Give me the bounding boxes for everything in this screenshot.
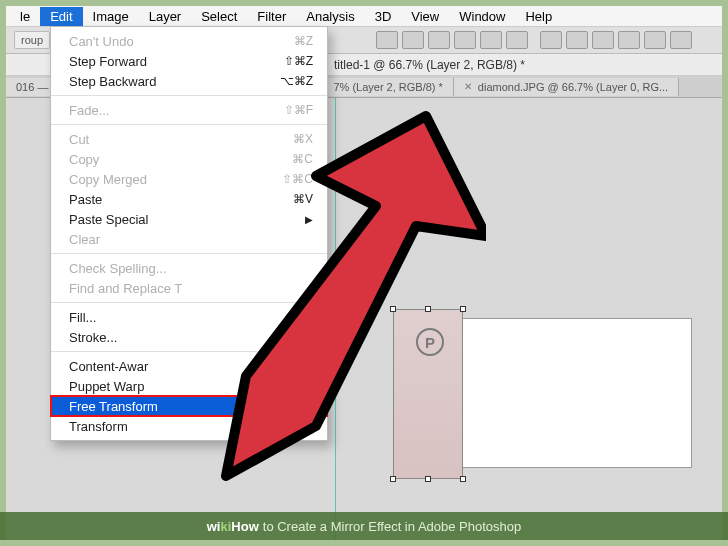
menu-layer[interactable]: Layer — [139, 7, 192, 26]
menu-paste-special[interactable]: Paste Special▶ — [51, 209, 327, 229]
menu-fade: Fade...⇧⌘F — [51, 100, 327, 120]
align-icon[interactable] — [376, 31, 398, 49]
banner-title: to Create a Mirror Effect in Adobe Photo… — [263, 519, 521, 534]
menu-paste[interactable]: Paste⌘V — [51, 189, 327, 209]
wikihow-banner: wikiHow to Create a Mirror Effect in Ado… — [0, 512, 728, 540]
menu-puppet-warp[interactable]: Puppet Warp — [51, 376, 327, 396]
chevron-right-icon: ▶ — [305, 421, 313, 432]
distribute-icon[interactable] — [540, 31, 562, 49]
transform-handles[interactable] — [393, 309, 463, 479]
title-text: titled-1 @ 66.7% (Layer 2, RGB/8) * — [334, 58, 525, 72]
align-icon[interactable] — [506, 31, 528, 49]
menu-find-replace: Find and Replace T — [51, 278, 327, 298]
close-icon[interactable]: ✕ — [464, 81, 472, 92]
tab-2[interactable]: ✕ diamond.JPG @ 66.7% (Layer 0, RG... — [454, 78, 679, 96]
distribute-icon[interactable] — [618, 31, 640, 49]
menu-transform[interactable]: Transform▶ — [51, 416, 327, 436]
ruler-guide[interactable] — [335, 98, 336, 540]
menu-view[interactable]: View — [401, 7, 449, 26]
align-icon[interactable] — [454, 31, 476, 49]
menu-filter[interactable]: Filter — [247, 7, 296, 26]
menu-fill[interactable]: Fill... — [51, 307, 327, 327]
menu-help[interactable]: Help — [515, 7, 562, 26]
menu-cut: Cut⌘X — [51, 129, 327, 149]
align-icon[interactable] — [402, 31, 424, 49]
distribute-icon[interactable] — [644, 31, 666, 49]
menu-select[interactable]: Select — [191, 7, 247, 26]
menu-window[interactable]: Window — [449, 7, 515, 26]
edit-dropdown: Can't Undo⌘Z Step Forward⇧⌘Z Step Backwa… — [50, 26, 328, 441]
distribute-group — [540, 31, 692, 49]
menu-file[interactable]: le — [10, 7, 40, 26]
app-window: le Edit Image Layer Select Filter Analys… — [6, 6, 722, 540]
align-icon[interactable] — [480, 31, 502, 49]
tab-label: diamond.JPG @ 66.7% (Layer 0, RG... — [478, 81, 668, 93]
menubar: le Edit Image Layer Select Filter Analys… — [6, 6, 722, 26]
menu-content-aware[interactable]: Content-Awar⌥⇧⌘C — [51, 356, 327, 376]
brand-logo: wikiHow — [207, 519, 259, 534]
menu-step-backward[interactable]: Step Backward⌥⌘Z — [51, 71, 327, 91]
align-group — [376, 31, 528, 49]
canvas-document[interactable]: P — [432, 318, 692, 468]
tab-label: 016 — — [16, 81, 48, 93]
menu-edit[interactable]: Edit — [40, 7, 82, 26]
menu-clear: Clear — [51, 229, 327, 249]
distribute-icon[interactable] — [592, 31, 614, 49]
menu-undo: Can't Undo⌘Z — [51, 31, 327, 51]
menu-copy: Copy⌘C — [51, 149, 327, 169]
align-icon[interactable] — [428, 31, 450, 49]
tab-label: 7% (Layer 2, RGB/8) * — [333, 81, 442, 93]
menu-3d[interactable]: 3D — [365, 7, 402, 26]
menu-analysis[interactable]: Analysis — [296, 7, 364, 26]
menu-stroke[interactable]: Stroke... — [51, 327, 327, 347]
menu-image[interactable]: Image — [83, 7, 139, 26]
distribute-icon[interactable] — [670, 31, 692, 49]
menu-check-spelling: Check Spelling... — [51, 258, 327, 278]
menu-step-forward[interactable]: Step Forward⇧⌘Z — [51, 51, 327, 71]
menu-copy-merged: Copy Merged⇧⌘C — [51, 169, 327, 189]
chevron-right-icon: ▶ — [305, 214, 313, 225]
distribute-icon[interactable] — [566, 31, 588, 49]
group-label: roup — [14, 31, 50, 49]
menu-free-transform[interactable]: Free Transform⌘T — [51, 396, 327, 416]
tab-1[interactable]: ✕ 7% (Layer 2, RGB/8) * — [309, 78, 453, 96]
